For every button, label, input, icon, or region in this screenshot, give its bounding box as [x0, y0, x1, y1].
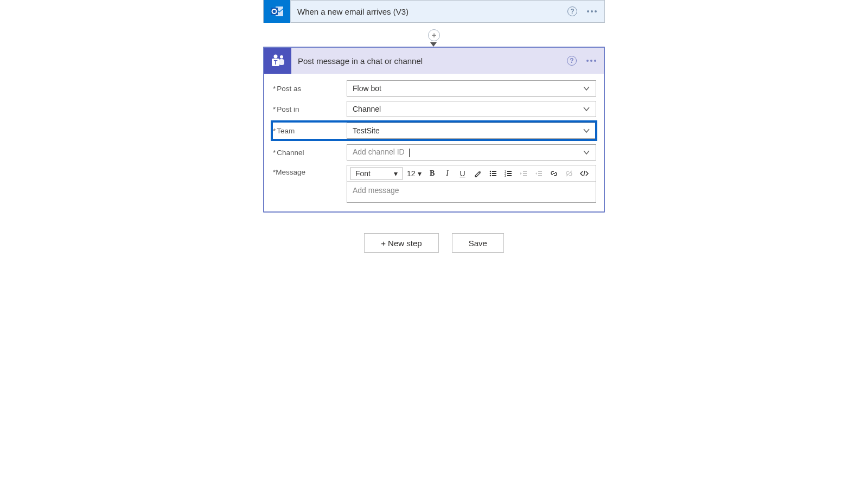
- svg-rect-21: [523, 171, 527, 172]
- action-header[interactable]: T Post message in a chat or channel ?: [264, 48, 604, 74]
- svg-rect-5: [279, 59, 284, 65]
- channel-placeholder: Add channel ID: [353, 147, 405, 156]
- connector: +: [433, 23, 435, 44]
- code-view-icon[interactable]: [578, 167, 591, 180]
- svg-rect-10: [492, 171, 496, 172]
- bullets-icon[interactable]: [487, 167, 500, 180]
- italic-icon[interactable]: I: [441, 167, 454, 180]
- team-select[interactable]: TestSite: [347, 123, 596, 139]
- chevron-down-icon: [583, 127, 590, 134]
- indent-icon[interactable]: [532, 167, 545, 180]
- svg-rect-16: [507, 171, 512, 172]
- help-icon[interactable]: ?: [567, 7, 577, 16]
- underline-icon[interactable]: U: [456, 167, 469, 180]
- action-card: T Post message in a chat or channel ? *P…: [263, 47, 605, 213]
- more-icon[interactable]: [587, 10, 597, 12]
- svg-rect-20: [507, 175, 512, 176]
- svg-point-6: [274, 55, 278, 59]
- svg-point-4: [280, 55, 283, 59]
- text-cursor: [409, 149, 410, 157]
- svg-rect-25: [538, 173, 542, 174]
- link-icon[interactable]: [547, 167, 560, 180]
- font-size-select[interactable]: 12 ▾: [405, 169, 424, 178]
- post-in-value: Channel: [353, 105, 381, 113]
- more-icon[interactable]: [586, 60, 596, 62]
- field-label: *Channel: [272, 149, 347, 157]
- footer-actions: + New step Save: [0, 233, 868, 253]
- field-post-in: *Post in Channel: [272, 101, 596, 117]
- field-post-as: *Post as Flow bot: [272, 80, 596, 97]
- arrow-down-icon: [430, 42, 437, 47]
- field-label: *Post in: [272, 105, 347, 113]
- caret-down-icon: ▾: [418, 169, 422, 178]
- svg-rect-12: [492, 173, 496, 174]
- field-message: *Message Font ▾ 12 ▾ B: [272, 165, 596, 203]
- svg-rect-18: [507, 173, 512, 174]
- svg-point-9: [489, 170, 491, 172]
- trigger-card[interactable]: When a new email arrives (V3) ?: [263, 0, 605, 23]
- svg-rect-24: [538, 171, 542, 172]
- svg-rect-26: [538, 175, 542, 176]
- svg-rect-14: [492, 175, 496, 176]
- field-label: *Team: [272, 127, 347, 135]
- font-label: Font: [355, 169, 371, 178]
- action-title: Post message in a chat or channel: [291, 56, 567, 66]
- field-channel: *Channel Add channel ID: [272, 144, 596, 160]
- field-label: *Post as: [272, 85, 347, 93]
- teams-icon: T: [264, 48, 291, 74]
- chevron-down-icon: [583, 105, 590, 113]
- numbering-icon[interactable]: 123: [502, 167, 515, 180]
- team-value: TestSite: [353, 126, 380, 135]
- message-input[interactable]: Add message: [347, 182, 596, 202]
- post-in-select[interactable]: Channel: [347, 101, 596, 117]
- help-icon[interactable]: ?: [567, 56, 577, 66]
- post-as-select[interactable]: Flow bot: [347, 80, 596, 97]
- new-step-button[interactable]: + New step: [364, 233, 438, 253]
- svg-text:3: 3: [505, 174, 506, 177]
- chevron-down-icon: [583, 149, 590, 156]
- bold-icon[interactable]: B: [426, 167, 439, 180]
- svg-rect-23: [523, 175, 527, 176]
- rte-toolbar: Font ▾ 12 ▾ B I U: [347, 165, 596, 182]
- post-as-value: Flow bot: [353, 84, 381, 93]
- font-size-value: 12: [407, 169, 416, 178]
- field-team: *Team TestSite: [272, 121, 596, 140]
- add-step-icon[interactable]: +: [428, 29, 440, 41]
- outdent-icon[interactable]: [517, 167, 530, 180]
- field-label: *Message: [272, 165, 347, 176]
- svg-point-11: [489, 172, 491, 174]
- save-button[interactable]: Save: [452, 233, 504, 253]
- svg-rect-22: [523, 173, 527, 174]
- highlight-icon[interactable]: [471, 167, 484, 180]
- font-select[interactable]: Font ▾: [350, 167, 403, 180]
- svg-point-13: [489, 175, 491, 176]
- trigger-title: When a new email arrives (V3): [291, 7, 567, 16]
- channel-select[interactable]: Add channel ID: [347, 144, 596, 160]
- chevron-down-icon: [583, 85, 590, 92]
- unlink-icon[interactable]: [563, 167, 576, 180]
- svg-text:T: T: [274, 59, 278, 66]
- caret-down-icon: ▾: [394, 169, 398, 178]
- outlook-icon: [264, 0, 291, 23]
